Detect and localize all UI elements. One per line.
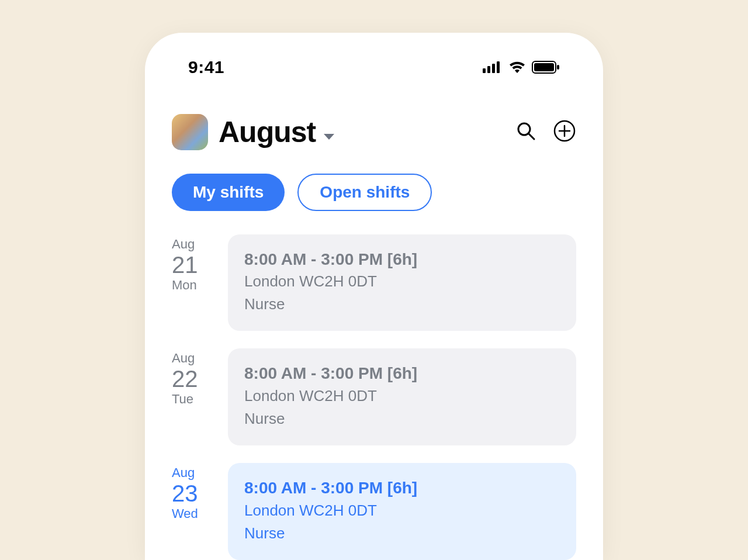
month-selector[interactable]: August — [219, 115, 334, 149]
shift-card[interactable]: 8:00 AM - 3:00 PM [6h] London WC2H 0DT N… — [228, 348, 576, 445]
date-day: 23 — [172, 481, 214, 506]
date-column: Aug 22 Tue — [172, 348, 214, 445]
shift-time: 8:00 AM - 3:00 PM [6h] — [244, 477, 560, 499]
app-header: August — [172, 114, 576, 150]
add-button[interactable] — [553, 120, 576, 144]
shift-row: Aug 21 Mon 8:00 AM - 3:00 PM [6h] London… — [172, 234, 576, 331]
svg-rect-6 — [557, 65, 559, 70]
tab-label: My shifts — [193, 183, 264, 202]
shift-list: Aug 21 Mon 8:00 AM - 3:00 PM [6h] London… — [172, 234, 576, 560]
date-dow: Tue — [172, 392, 214, 407]
shift-row: Aug 22 Tue 8:00 AM - 3:00 PM [6h] London… — [172, 348, 576, 445]
date-column: Aug 21 Mon — [172, 234, 214, 331]
chevron-down-icon — [324, 134, 334, 140]
phone-frame: 9:41 — [145, 33, 603, 560]
month-label: August — [219, 115, 316, 149]
shift-row: Aug 23 Wed 8:00 AM - 3:00 PM [6h] London… — [172, 463, 576, 560]
svg-rect-5 — [534, 63, 554, 71]
header-actions — [514, 120, 576, 144]
shift-card[interactable]: 8:00 AM - 3:00 PM [6h] London WC2H 0DT N… — [228, 234, 576, 331]
shift-location: London WC2H 0DT — [244, 270, 560, 293]
date-month: Aug — [172, 351, 214, 366]
svg-rect-0 — [483, 68, 486, 73]
date-month: Aug — [172, 237, 214, 252]
search-button[interactable] — [514, 120, 538, 144]
date-column: Aug 23 Wed — [172, 463, 214, 560]
date-dow: Mon — [172, 278, 214, 293]
tab-open-shifts[interactable]: Open shifts — [297, 174, 432, 211]
date-day: 22 — [172, 366, 214, 392]
date-dow: Wed — [172, 506, 214, 521]
search-icon — [515, 120, 536, 144]
shift-location: London WC2H 0DT — [244, 385, 560, 407]
shift-role: Nurse — [244, 407, 560, 430]
plus-circle-icon — [553, 119, 576, 145]
tab-label: Open shifts — [320, 183, 410, 202]
shift-role: Nurse — [244, 522, 560, 545]
status-bar: 9:41 — [172, 56, 576, 79]
svg-rect-2 — [492, 64, 495, 73]
status-time: 9:41 — [188, 57, 224, 77]
status-icons — [483, 61, 560, 74]
shift-time: 8:00 AM - 3:00 PM [6h] — [244, 362, 560, 385]
battery-icon — [532, 61, 560, 74]
shift-card[interactable]: 8:00 AM - 3:00 PM [6h] London WC2H 0DT N… — [228, 463, 576, 560]
tab-my-shifts[interactable]: My shifts — [172, 174, 285, 211]
shift-role: Nurse — [244, 293, 560, 316]
wifi-icon — [508, 61, 526, 74]
cellular-icon — [483, 61, 503, 73]
svg-line-8 — [529, 134, 534, 139]
shift-location: London WC2H 0DT — [244, 499, 560, 522]
date-month: Aug — [172, 465, 214, 481]
shift-time: 8:00 AM - 3:00 PM [6h] — [244, 248, 560, 271]
avatar[interactable] — [172, 114, 208, 150]
date-day: 21 — [172, 252, 214, 278]
svg-rect-1 — [487, 66, 490, 73]
shift-tabs: My shifts Open shifts — [172, 174, 576, 211]
svg-rect-3 — [497, 61, 500, 73]
